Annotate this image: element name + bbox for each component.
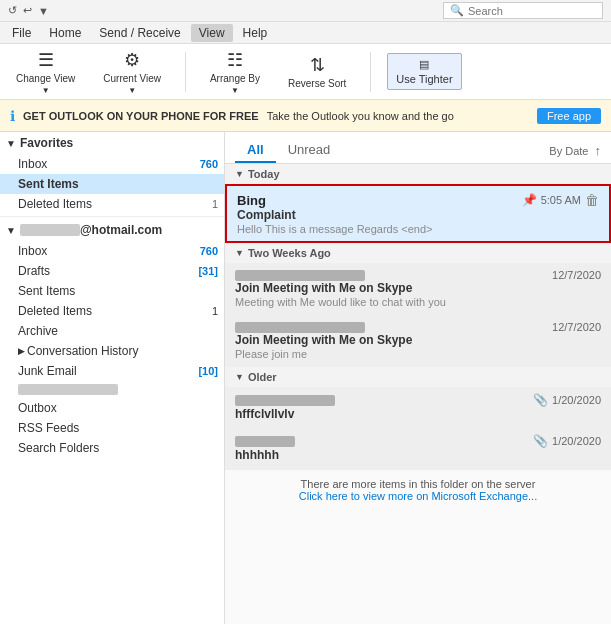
sent-acct-label: Sent Items — [18, 284, 75, 298]
main-content: ▼ Favorites Inbox 760 Sent Items Deleted… — [0, 132, 611, 624]
account-header[interactable]: ▼ @hotmail.com — [0, 219, 224, 241]
title-bar-search-box[interactable]: 🔍 — [443, 2, 603, 19]
favorites-label: Favorites — [20, 136, 73, 150]
sidebar-item-junk[interactable]: Junk Email [10] — [0, 361, 224, 381]
change-view-button[interactable]: ☰ Change View ▼ — [8, 45, 83, 99]
ribbon-sep-1 — [185, 52, 186, 92]
menu-send-receive[interactable]: Send / Receive — [91, 24, 188, 42]
blurred1-subject: Join Meeting with Me on Skype — [235, 281, 412, 295]
ribbon-sep-2 — [370, 52, 371, 92]
junk-label: Junk Email — [18, 364, 77, 378]
sort-icon: ⇅ — [310, 54, 325, 76]
sidebar-item-drafts[interactable]: Drafts [31] — [0, 261, 224, 281]
bing-row1: Bing 📌 5:05 AM 🗑 — [237, 192, 599, 208]
arrange-label: Arrange By — [210, 73, 260, 84]
server-message: There are more items in this folder on t… — [225, 469, 611, 510]
menu-help[interactable]: Help — [235, 24, 276, 42]
tab-all[interactable]: All — [235, 138, 276, 163]
sidebar-item-sent-fav[interactable]: Sent Items — [0, 174, 224, 194]
older1-row2: hfffclvllvlv — [235, 407, 601, 421]
email-item-blurred1[interactable]: 12/7/2020 Join Meeting with Me on Skype … — [225, 263, 611, 315]
arrange-chevron: ▼ — [231, 86, 239, 95]
reverse-sort-button[interactable]: ⇅ Reverse Sort — [280, 50, 354, 93]
use-tighter-label: Use Tighter — [396, 73, 452, 85]
change-view-icon: ☰ — [38, 49, 54, 71]
pin-icon[interactable]: 📌 — [522, 193, 537, 207]
email-tabs: All Unread By Date ↑ — [225, 132, 611, 164]
info-icon: ℹ — [10, 108, 15, 124]
sort-control[interactable]: By Date ↑ — [549, 143, 601, 158]
older1-subject: hfffclvllvlv — [235, 407, 294, 421]
arrange-by-button[interactable]: ☷ Arrange By ▼ — [202, 45, 268, 99]
title-bar-icons[interactable]: ↺ ↩ ▼ — [8, 4, 49, 17]
tab-unread[interactable]: Unread — [276, 138, 343, 163]
title-bar: ↺ ↩ ▼ 🔍 — [0, 0, 611, 22]
menu-file[interactable]: File — [4, 24, 39, 42]
search-input[interactable] — [468, 5, 588, 17]
sidebar-item-deleted-fav[interactable]: Deleted Items 1 — [0, 194, 224, 214]
notification-bar: ℹ GET OUTLOOK ON YOUR PHONE FOR FREE Tak… — [0, 100, 611, 132]
blurred1-row1: 12/7/2020 — [235, 269, 601, 281]
notif-sub: Take the Outlook you know and the go — [267, 110, 454, 122]
section-two-weeks: ▼ Two Weeks Ago — [225, 243, 611, 263]
conv-history-chevron: ▶ — [18, 346, 25, 356]
sort-label: By Date — [549, 145, 588, 157]
older1-attachment-icon: 📎 — [533, 393, 548, 407]
drafts-count: [31] — [198, 265, 218, 277]
current-view-icon: ⚙ — [124, 49, 140, 71]
undo-icon[interactable]: ↩ — [23, 4, 32, 17]
menu-bar: File Home Send / Receive View Help — [0, 22, 611, 44]
today-label: Today — [248, 168, 280, 180]
rss-label: RSS Feeds — [18, 421, 79, 435]
email-item-bing[interactable]: Bing 📌 5:05 AM 🗑 Complaint Hello This is… — [225, 184, 611, 243]
email-item-blurred2[interactable]: 12/7/2020 Join Meeting with Me on Skype … — [225, 315, 611, 367]
free-app-button[interactable]: Free app — [537, 108, 601, 124]
menu-view[interactable]: View — [191, 24, 233, 42]
sidebar-item-conversation-history[interactable]: ▶ Today Conversation History — [0, 341, 224, 361]
account-label-blurred — [20, 224, 80, 236]
current-view-label: Current View — [103, 73, 161, 84]
email-item-older1[interactable]: 📎 1/20/2020 hfffclvllvlv — [225, 387, 611, 428]
server-link[interactable]: Click here to view more on Microsoft Exc… — [233, 490, 603, 502]
junk-count: [10] — [198, 365, 218, 377]
refresh-icon[interactable]: ↺ — [8, 4, 17, 17]
two-weeks-chevron: ▼ — [235, 248, 244, 258]
sidebar-item-search-folders[interactable]: Search Folders — [0, 438, 224, 458]
sidebar-item-inbox-fav[interactable]: Inbox 760 — [0, 154, 224, 174]
sidebar-item-inbox-acct[interactable]: Inbox 760 — [0, 241, 224, 261]
menu-home[interactable]: Home — [41, 24, 89, 42]
older1-time: 1/20/2020 — [552, 394, 601, 406]
email-panel: All Unread By Date ↑ ▼ Today Bing 📌 5:05 — [225, 132, 611, 624]
blurred-item-bar — [18, 384, 118, 395]
current-view-button[interactable]: ⚙ Current View ▼ — [95, 45, 169, 99]
blurred2-subject: Join Meeting with Me on Skype — [235, 333, 412, 347]
bing-icons: 📌 5:05 AM 🗑 — [522, 192, 599, 208]
dropdown-icon[interactable]: ▼ — [38, 5, 49, 17]
account-label-suffix: @hotmail.com — [80, 223, 162, 237]
use-tighter-button[interactable]: ▤ Use Tighter — [387, 53, 461, 90]
sort-arrow-icon[interactable]: ↑ — [595, 143, 602, 158]
favorites-header[interactable]: ▼ Favorites — [0, 132, 224, 154]
email-item-older2[interactable]: 📎 1/20/2020 hhhhhh — [225, 428, 611, 469]
account-section: ▼ @hotmail.com Inbox 760 Drafts [31] Sen… — [0, 219, 224, 458]
arrange-icon: ☷ — [227, 49, 243, 71]
deleted-fav-label: Deleted Items — [18, 197, 92, 211]
sidebar-item-sent-acct[interactable]: Sent Items — [0, 281, 224, 301]
favorites-chevron: ▼ — [6, 138, 16, 149]
sidebar-item-outbox[interactable]: Outbox — [0, 398, 224, 418]
inbox-fav-label: Inbox — [18, 157, 47, 171]
archive-label: Archive — [18, 324, 58, 338]
blurred2-sender-bar — [235, 322, 365, 333]
change-view-label: Change View — [16, 73, 75, 84]
trash-icon[interactable]: 🗑 — [585, 192, 599, 208]
sidebar-item-deleted-acct[interactable]: Deleted Items 1 — [0, 301, 224, 321]
deleted-fav-count: 1 — [212, 198, 218, 210]
sidebar-item-blurred[interactable] — [0, 381, 224, 398]
server-msg-text: There are more items in this folder on t… — [233, 478, 603, 490]
sidebar-item-archive[interactable]: Archive — [0, 321, 224, 341]
today-chevron: ▼ — [235, 169, 244, 179]
sidebar-item-rss[interactable]: RSS Feeds — [0, 418, 224, 438]
older2-row1: 📎 1/20/2020 — [235, 434, 601, 448]
current-view-chevron: ▼ — [128, 86, 136, 95]
search-folders-label: Search Folders — [18, 441, 99, 455]
